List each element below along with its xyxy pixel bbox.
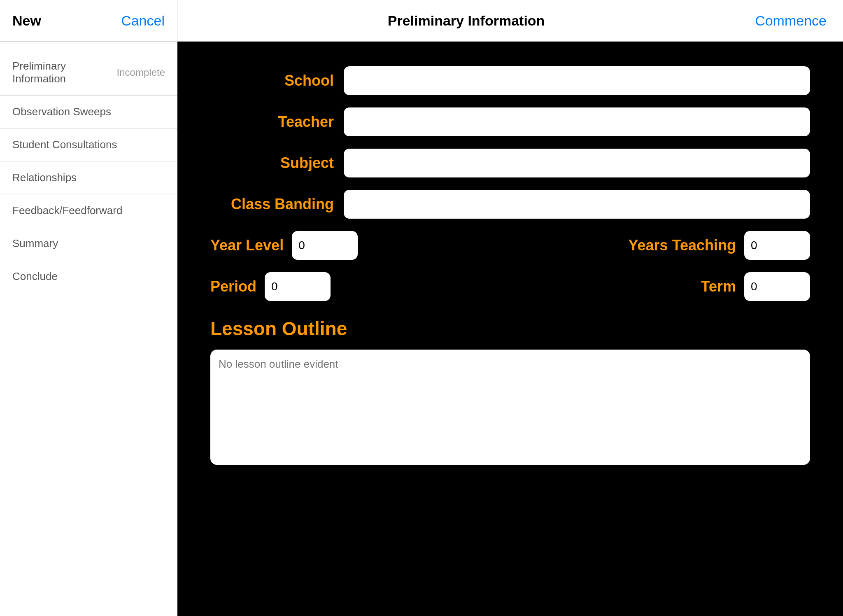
sidebar-item-relationships[interactable]: Relationships — [0, 161, 177, 194]
class-banding-row: Class Banding — [210, 190, 810, 219]
school-label: School — [210, 72, 334, 89]
teacher-input[interactable] — [344, 107, 810, 136]
lesson-outline-section: Lesson Outline — [210, 317, 810, 467]
term-group: Term — [701, 272, 810, 301]
teacher-label: Teacher — [210, 113, 334, 131]
year-level-input[interactable] — [292, 231, 358, 260]
nav-right: Commence — [755, 13, 843, 29]
sidebar-label-relationships: Relationships — [12, 171, 77, 184]
class-banding-label: Class Banding — [210, 196, 334, 213]
lesson-outline-title: Lesson Outline — [210, 317, 810, 340]
lesson-outline-textarea[interactable] — [210, 350, 810, 465]
years-teaching-label: Years Teaching — [629, 237, 736, 254]
sidebar-item-student[interactable]: Student Consultations — [0, 128, 177, 161]
period-term-row: Period Term — [210, 272, 810, 301]
term-label: Term — [701, 278, 736, 295]
years-teaching-group: Years Teaching — [629, 231, 810, 260]
nav-center-title: Preliminary Information — [177, 13, 755, 29]
sidebar-label-preliminary: Preliminary Information — [12, 60, 117, 85]
main-content: Preliminary Information Incomplete Obser… — [0, 42, 843, 616]
commence-button[interactable]: Commence — [755, 13, 827, 29]
nav-left: New Cancel — [0, 0, 177, 41]
sidebar-item-summary[interactable]: Summary — [0, 227, 177, 260]
class-banding-input[interactable] — [344, 190, 810, 219]
sidebar-label-summary: Summary — [12, 237, 58, 250]
sidebar-label-observation: Observation Sweeps — [12, 105, 111, 118]
sidebar-status-preliminary: Incomplete — [117, 67, 165, 78]
subject-label: Subject — [210, 154, 334, 172]
period-input[interactable] — [265, 272, 331, 301]
period-group: Period — [210, 272, 331, 301]
year-level-group: Year Level — [210, 231, 358, 260]
sidebar-item-feedback[interactable]: Feedback/Feedforward — [0, 194, 177, 227]
top-nav: New Cancel Preliminary Information Comme… — [0, 0, 843, 42]
sidebar-item-preliminary[interactable]: Preliminary Information Incomplete — [0, 50, 177, 96]
teacher-row: Teacher — [210, 107, 810, 136]
year-level-years-teaching-row: Year Level Years Teaching — [210, 231, 810, 260]
subject-row: Subject — [210, 149, 810, 177]
cancel-button[interactable]: Cancel — [121, 13, 165, 29]
school-input[interactable] — [344, 66, 810, 95]
sidebar-label-feedback: Feedback/Feedforward — [12, 204, 122, 217]
term-input[interactable] — [744, 272, 810, 301]
year-level-label: Year Level — [210, 237, 284, 254]
period-label: Period — [210, 278, 256, 295]
subject-input[interactable] — [344, 149, 810, 177]
sidebar-item-observation[interactable]: Observation Sweeps — [0, 96, 177, 128]
school-row: School — [210, 66, 810, 95]
years-teaching-input[interactable] — [744, 231, 810, 260]
sidebar: Preliminary Information Incomplete Obser… — [0, 42, 177, 616]
sidebar-item-conclude[interactable]: Conclude — [0, 260, 177, 293]
right-panel: School Teacher Subject Class Banding Yea… — [177, 42, 843, 616]
sidebar-label-student: Student Consultations — [12, 138, 117, 151]
page-title: New — [12, 13, 41, 29]
sidebar-label-conclude: Conclude — [12, 270, 58, 283]
